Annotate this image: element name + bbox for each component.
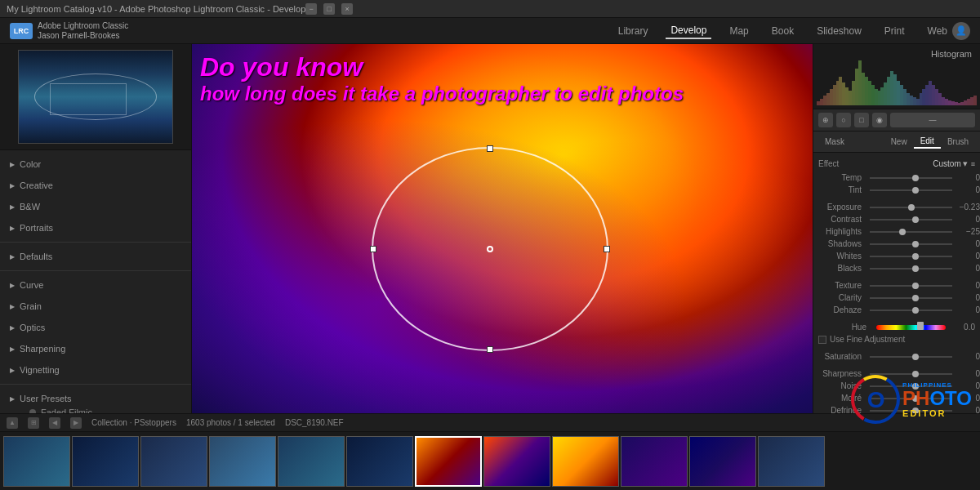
grid-view[interactable]: ⊞ <box>28 417 39 429</box>
blacks-thumb[interactable] <box>912 265 919 272</box>
sharpening-header[interactable]: ▶ Sharpening <box>10 341 181 356</box>
temp-thumb[interactable] <box>912 175 919 181</box>
curve-section: ▶ Curve <box>0 274 191 296</box>
hue-thumb[interactable] <box>917 322 924 330</box>
nav-book[interactable]: Book <box>767 24 799 38</box>
filmstrip-thumb-5[interactable] <box>278 436 345 487</box>
close-button[interactable]: × <box>341 3 353 15</box>
nav-prev[interactable]: ◀ <box>49 417 60 429</box>
filmstrip-thumb-1[interactable] <box>3 436 70 487</box>
creative-header[interactable]: ▶ Creative <box>10 178 181 193</box>
curve-header[interactable]: ▶ Curve <box>10 278 181 292</box>
tool-circle[interactable]: ○ <box>836 113 851 127</box>
overlay-line2: how long does it take a photographer to … <box>200 82 684 105</box>
effect-dropdown[interactable]: Custom <box>933 159 960 168</box>
watermark-logo: O <box>849 373 902 426</box>
clarity-track[interactable] <box>870 297 952 299</box>
tool-point[interactable]: ◉ <box>872 113 887 127</box>
tool-mask[interactable]: ⊕ <box>818 113 833 127</box>
logo: LRC Adobe Lightroom Classic Jason Parnel… <box>10 21 128 41</box>
vignetting-header[interactable]: ▶ Vignetting <box>10 363 181 377</box>
highlights-thumb[interactable] <box>899 229 906 235</box>
histogram-title: Histogram <box>817 47 977 60</box>
dehaze-thumb[interactable] <box>912 307 919 314</box>
optics-header[interactable]: ▶ Optics <box>10 320 181 335</box>
dehaze-row: Dehaze 0 <box>813 304 980 316</box>
selection-handle-top[interactable] <box>487 145 493 152</box>
hue-row: Hue 0.0 <box>813 321 980 333</box>
filmstrip-toggle[interactable]: ▲ <box>7 417 18 429</box>
brush-button[interactable]: Brush <box>941 136 975 148</box>
temp-track[interactable] <box>870 177 952 179</box>
defaults-header[interactable]: ▶ Defaults <box>10 249 181 264</box>
contrast-value: 0 <box>956 215 980 224</box>
nav-library[interactable]: Library <box>613 24 653 38</box>
filmstrip-thumb-10[interactable] <box>621 436 688 487</box>
maximize-button[interactable]: □ <box>323 3 335 15</box>
color-header[interactable]: ▶ Color <box>10 157 181 172</box>
selection-handle-left[interactable] <box>370 246 376 252</box>
tint-thumb[interactable] <box>912 187 919 194</box>
saturation-thumb[interactable] <box>912 354 919 360</box>
contrast-track[interactable] <box>870 219 952 220</box>
whites-track[interactable] <box>870 256 952 257</box>
filmstrip-thumb-4[interactable] <box>209 436 276 487</box>
exposure-track[interactable] <box>870 207 952 208</box>
filmstrip-thumb-11[interactable] <box>689 436 756 487</box>
contrast-thumb[interactable] <box>912 216 919 223</box>
temp-value: 0 <box>956 173 980 182</box>
optics-label: Optics <box>20 323 45 332</box>
selection-center-handle[interactable] <box>487 246 493 252</box>
user-avatar[interactable]: 👤 <box>952 22 970 40</box>
texture-thumb[interactable] <box>912 283 919 289</box>
selection-handle-bottom[interactable] <box>487 346 493 353</box>
nav-map[interactable]: Map <box>724 24 753 38</box>
grain-arrow: ▶ <box>10 303 15 310</box>
temp-label: Temp <box>813 173 866 182</box>
tint-track[interactable] <box>870 189 952 191</box>
window-controls: − □ × <box>305 3 353 15</box>
filmstrip-thumb-2[interactable] <box>72 436 139 487</box>
minimize-button[interactable]: − <box>305 3 317 15</box>
shadows-thumb[interactable] <box>912 241 919 247</box>
photo-count: 1603 photos / 1 selected <box>186 418 275 427</box>
filmstrip-thumb-8[interactable] <box>483 436 550 487</box>
blacks-track[interactable] <box>870 268 952 270</box>
creative-section: ▶ Creative <box>0 175 191 196</box>
bw-header[interactable]: ▶ B&W <box>10 199 181 214</box>
dehaze-track[interactable] <box>870 310 952 311</box>
filmstrip-thumb-9[interactable] <box>552 436 619 487</box>
clarity-thumb[interactable] <box>912 295 919 301</box>
fine-adjustment-checkbox[interactable] <box>818 336 826 344</box>
new-button[interactable]: New <box>884 136 914 148</box>
texture-track[interactable] <box>870 285 952 287</box>
exposure-thumb[interactable] <box>908 204 915 211</box>
whites-thumb[interactable] <box>912 253 919 260</box>
user-presets-label: User Presets <box>20 394 72 403</box>
preset-faded-filmic[interactable]: Faded Filmic <box>10 406 181 413</box>
hue-bar[interactable] <box>876 325 946 330</box>
filmstrip-thumb-6[interactable] <box>346 436 413 487</box>
portraits-header[interactable]: ▶ Portraits <box>10 220 181 235</box>
edit-button[interactable]: Edit <box>914 135 941 149</box>
filmstrip-thumb-3[interactable] <box>140 436 207 487</box>
selection-handle-right[interactable] <box>604 246 610 252</box>
creative-arrow: ▶ <box>10 182 15 189</box>
nav-slideshow[interactable]: Slideshow <box>812 24 866 38</box>
saturation-track[interactable] <box>870 356 952 358</box>
left-panel: ▶ Color ▶ Creative ▶ B&W <box>0 44 192 413</box>
user-presets-header[interactable]: ▶ User Presets <box>10 391 181 406</box>
grain-header[interactable]: ▶ Grain <box>10 299 181 314</box>
filmstrip-thumb-12[interactable] <box>758 436 825 487</box>
highlights-track[interactable] <box>870 231 952 233</box>
highlights-row: Highlights −25 <box>813 225 980 238</box>
nav-web[interactable]: Web <box>923 24 952 38</box>
nav-print[interactable]: Print <box>880 24 910 38</box>
tool-slider[interactable]: — <box>890 113 975 127</box>
nav-next[interactable]: ▶ <box>70 417 82 429</box>
nav-develop[interactable]: Develop <box>666 23 711 39</box>
selection-circle[interactable] <box>372 147 608 351</box>
filmstrip-thumb-active[interactable] <box>415 436 482 487</box>
tool-rect[interactable]: □ <box>854 113 869 127</box>
shadows-track[interactable] <box>870 243 952 245</box>
